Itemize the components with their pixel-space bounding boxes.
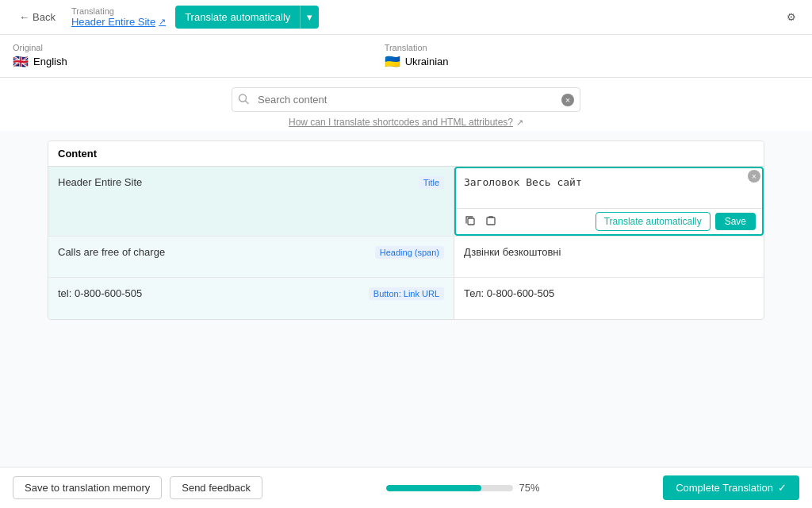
translation-lang-text: Ukrainian (405, 56, 449, 67)
translation-toolbar: Translate automatically Save (456, 208, 762, 234)
bottom-bar: Save to translation memory Send feedback… (0, 467, 812, 508)
progress-area: 75% (386, 482, 540, 494)
original-lang-name: 🇬🇧 English (13, 54, 67, 69)
table-row: Header Entire Site Title × Заголовок Вес… (48, 167, 764, 237)
content-area: Content Header Entire Site Title × Загол… (0, 131, 812, 467)
content-table: Content Header Entire Site Title × Загол… (48, 140, 764, 320)
row-translation: Тел: 0-800-600-505 (454, 278, 764, 319)
original-lang-section: Original 🇬🇧 English (13, 43, 67, 69)
search-wrapper: × (232, 87, 580, 112)
help-link: How can I translate shortcodes and HTML … (289, 117, 523, 128)
search-clear-button[interactable]: × (561, 94, 574, 106)
checkmark-icon: ✓ (778, 482, 787, 494)
save-small-button[interactable]: Save (715, 213, 756, 230)
translation-text: Дзвінки безкоштовні (454, 237, 764, 267)
toolbar-actions: Translate automatically Save (596, 212, 756, 231)
original-text: Calls are free of charge (58, 246, 165, 258)
svg-line-1 (246, 101, 249, 104)
translation-textarea[interactable]: Заголовок Весь сайт (456, 168, 762, 208)
search-area: × How can I translate shortcodes and HTM… (0, 78, 812, 131)
settings-button[interactable]: ⚙ (783, 8, 799, 26)
feedback-button[interactable]: Send feedback (170, 476, 262, 499)
svg-rect-3 (487, 217, 495, 225)
translating-info: Translating Header Entire Site ↗ (71, 6, 166, 28)
translating-label: Translating (71, 6, 166, 16)
translate-auto-button[interactable]: Translate automatically ▾ (175, 6, 319, 29)
complete-label: Complete Translation (676, 482, 773, 494)
page-link-text: Header Entire Site (71, 16, 155, 28)
progress-percentage: 75% (519, 482, 540, 494)
search-input[interactable] (232, 87, 580, 112)
row-translation: Дзвінки безкоштовні (454, 237, 764, 277)
bottom-bar-left: Save to translation memory Send feedback (13, 476, 262, 499)
complete-translation-button[interactable]: Complete Translation ✓ (663, 475, 799, 500)
original-flag: 🇬🇧 (13, 54, 29, 69)
back-button[interactable]: ← Back (13, 8, 62, 26)
original-text: Header Entire Site (58, 176, 142, 188)
top-bar: ← Back Translating Header Entire Site ↗ … (0, 0, 812, 35)
row-original: Header Entire Site Title (48, 167, 454, 236)
row-original: tel: 0-800-600-505 Button: Link URL (48, 278, 454, 319)
content-table-header: Content (48, 141, 764, 167)
table-row: tel: 0-800-600-505 Button: Link URL Тел:… (48, 278, 764, 319)
translation-lang-name: 🇺🇦 Ukrainian (385, 54, 449, 69)
back-arrow-icon: ← (19, 11, 29, 23)
row-original: Calls are free of charge Heading (span) (48, 237, 454, 277)
translation-edit-panel: × Заголовок Весь сайт Translate (454, 167, 764, 236)
progress-bar-background (386, 485, 513, 491)
type-badge: Heading (span) (375, 246, 444, 259)
type-badge: Button: Link URL (369, 287, 444, 300)
translation-icons (462, 213, 499, 231)
save-memory-button[interactable]: Save to translation memory (13, 476, 162, 499)
type-badge: Title (419, 176, 444, 189)
paste-icon-button[interactable] (483, 213, 499, 231)
translate-auto-small-button[interactable]: Translate automatically (596, 212, 710, 231)
help-link-text[interactable]: How can I translate shortcodes and HTML … (289, 117, 513, 128)
original-text: tel: 0-800-600-505 (58, 287, 142, 299)
table-row: Calls are free of charge Heading (span) … (48, 237, 764, 278)
close-edit-button[interactable]: × (748, 170, 760, 183)
progress-bar-fill (386, 485, 481, 491)
help-external-icon: ↗ (516, 117, 523, 128)
search-icon (238, 93, 249, 106)
translation-lang-section: Translation 🇺🇦 Ukrainian (385, 43, 449, 69)
translate-auto-dropdown-arrow[interactable]: ▾ (300, 6, 319, 29)
original-lang-text: English (33, 56, 67, 67)
settings-icon: ⚙ (787, 11, 796, 23)
translating-link[interactable]: Header Entire Site ↗ (71, 16, 166, 28)
original-lang-label: Original (13, 43, 67, 52)
row-translation: × Заголовок Весь сайт Translate (454, 167, 764, 236)
translation-text: Тел: 0-800-600-505 (454, 278, 764, 309)
translate-auto-label: Translate automatically (175, 6, 300, 29)
back-label: Back (33, 11, 56, 23)
translation-flag: 🇺🇦 (385, 54, 400, 69)
svg-rect-2 (468, 218, 474, 225)
lang-bar: Original 🇬🇧 English Translation 🇺🇦 Ukrai… (0, 35, 812, 78)
top-bar-left: ← Back Translating Header Entire Site ↗ … (13, 6, 319, 29)
copy-icon-button[interactable] (462, 213, 478, 231)
external-link-icon: ↗ (159, 17, 166, 27)
translation-lang-label: Translation (385, 43, 449, 52)
